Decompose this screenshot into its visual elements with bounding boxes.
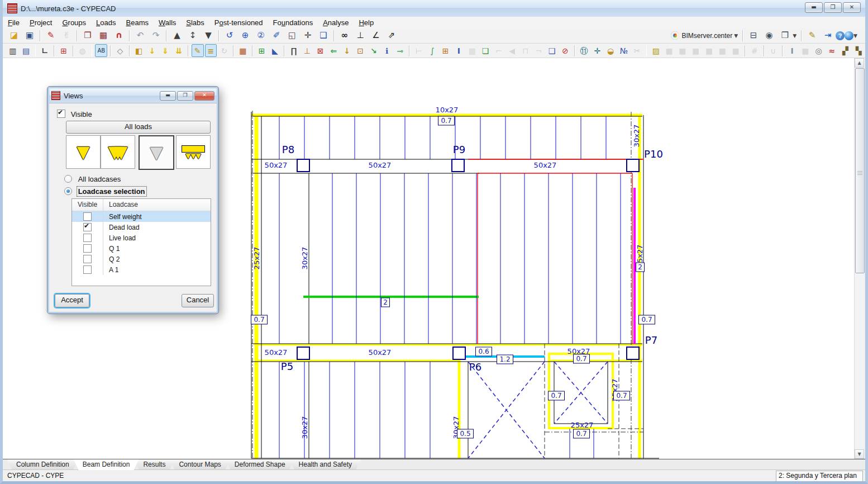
- bimserver-chevron-icon[interactable]: ▼: [734, 33, 738, 39]
- reinforcement-2-icon[interactable]: ■: [676, 44, 689, 57]
- menu-loads[interactable]: Loads: [91, 17, 121, 28]
- snapshot-icon[interactable]: ◉: [762, 29, 776, 42]
- views-dialog-titlebar[interactable]: Views ▬ ❐ ✕: [49, 88, 217, 103]
- column-symbol[interactable]: [297, 159, 309, 172]
- edit-resources-icon[interactable]: ✎: [44, 29, 58, 42]
- linear-load-icon[interactable]: ⇓: [159, 44, 171, 57]
- loadcase-selection-radio-row[interactable]: Loadcase selection: [64, 187, 146, 196]
- loadcase-row[interactable]: Dead load: [72, 222, 211, 232]
- help-icon[interactable]: ?: [836, 31, 845, 40]
- all-loads-button[interactable]: All loads: [66, 121, 211, 134]
- dialog-close-button[interactable]: ✕: [194, 91, 214, 101]
- menu-foundations[interactable]: Foundations: [268, 17, 318, 28]
- loadcase-visible-checkbox[interactable]: [83, 244, 92, 253]
- bimserver-label[interactable]: BIMserver.center: [682, 32, 733, 40]
- full-view-icon[interactable]: ❑: [316, 29, 331, 42]
- column-tool-icon[interactable]: ⌐: [493, 44, 505, 57]
- minimize-button[interactable]: ▬: [805, 2, 823, 13]
- beam-supports-icon[interactable]: ⊥: [301, 44, 313, 57]
- beam-detail-1-icon[interactable]: ▞: [839, 44, 851, 57]
- copy-floor-icon[interactable]: ❑: [546, 44, 558, 57]
- rings-view-icon[interactable]: ◎: [813, 44, 825, 57]
- group-phases-icon[interactable]: ⊞: [58, 44, 70, 57]
- maximize-button[interactable]: ❐: [824, 2, 842, 13]
- globe-chevron-icon[interactable]: ▼: [853, 33, 857, 39]
- dimension-numbers-icon[interactable]: ⑪: [578, 44, 590, 57]
- selection-hand-icon[interactable]: ✌: [59, 29, 74, 42]
- angle-measure-icon[interactable]: ∠: [369, 29, 383, 42]
- go-down-floor-icon[interactable]: ▼: [201, 29, 216, 42]
- isolated-element-icon[interactable]: ◍: [77, 44, 89, 57]
- scroll-down-button[interactable]: ▼: [855, 449, 864, 459]
- zoom-previous-icon[interactable]: ②: [254, 29, 268, 42]
- distance-measure-icon[interactable]: ⇗: [384, 29, 399, 42]
- loadcase-row[interactable]: A 1: [72, 264, 211, 275]
- surface-load-icon[interactable]: ⇊: [173, 44, 185, 57]
- open-file-icon[interactable]: ◪: [7, 29, 21, 42]
- reinforcement-1-icon[interactable]: ■: [663, 44, 675, 57]
- job-organizer-icon[interactable]: ▥: [7, 44, 19, 57]
- assign-left-icon[interactable]: ◀: [506, 44, 518, 57]
- tab-beam-definition[interactable]: Beam Definition: [74, 459, 139, 470]
- delete-beam-icon[interactable]: ⊠: [314, 44, 327, 57]
- reinforcement-4-icon[interactable]: ■: [703, 44, 716, 57]
- wall-tool-icon[interactable]: ⊓: [519, 44, 532, 57]
- print-icon[interactable]: ⊟: [746, 29, 761, 42]
- menu-file[interactable]: File: [3, 17, 25, 28]
- panel-manager-icon[interactable]: ▦: [466, 44, 478, 57]
- beam-sections-icon[interactable]: ∏: [288, 44, 300, 57]
- loadcase-visible-checkbox[interactable]: [83, 255, 92, 263]
- pan-icon[interactable]: ✛: [301, 29, 315, 42]
- assign-previous-beam-icon[interactable]: ⇐: [328, 44, 340, 57]
- scroll-up-button[interactable]: ▲: [855, 58, 864, 68]
- point-load-icon[interactable]: ↓: [146, 44, 159, 57]
- tab-contour-maps[interactable]: Contour Maps: [170, 459, 230, 470]
- dialog-minimize-button[interactable]: ▬: [160, 91, 176, 101]
- new-opening-icon[interactable]: ⊞: [256, 44, 268, 57]
- corner-tool-icon[interactable]: ¬: [532, 44, 545, 57]
- cancel-button[interactable]: Cancel: [182, 294, 214, 307]
- menu-analyse[interactable]: Analyse: [318, 17, 354, 28]
- tab-results[interactable]: Results: [134, 459, 174, 470]
- zoom-all-icon[interactable]: ⊕: [238, 29, 252, 42]
- reinforcement-6-icon[interactable]: ■: [729, 44, 742, 57]
- stairs-icon[interactable]: ∟: [39, 44, 51, 57]
- coordinates-icon[interactable]: ⊥: [353, 29, 368, 42]
- visible-checkbox[interactable]: [57, 110, 65, 118]
- search-icon[interactable]: ∞: [337, 29, 352, 42]
- hatch-pattern-icon[interactable]: ▨: [650, 44, 662, 57]
- exit-configuration-icon[interactable]: ⇥: [821, 29, 835, 42]
- dimension-cross-icon[interactable]: ✛: [591, 44, 603, 57]
- reinforcement-labels-icon[interactable]: AB: [95, 44, 107, 57]
- menu-help[interactable]: Help: [354, 17, 379, 28]
- save-icon[interactable]: ▣: [22, 29, 37, 42]
- view-surface-loads-button[interactable]: ▼▼▼: [176, 135, 211, 169]
- close-button[interactable]: ✕: [843, 2, 861, 13]
- dwg-templates-icon[interactable]: ❒: [80, 29, 95, 42]
- steel-column-icon[interactable]: I: [786, 44, 798, 57]
- beam-loads-icon[interactable]: ↓: [341, 44, 353, 57]
- scrollbar-thumb[interactable]: [855, 68, 865, 273]
- add-panel-icon[interactable]: ❏: [479, 44, 492, 57]
- column-symbol[interactable]: [452, 159, 464, 172]
- reinforcement-3-icon[interactable]: ■: [690, 44, 702, 57]
- all-loadcases-radio-row[interactable]: All loadcases: [64, 175, 121, 183]
- walls-icon[interactable]: ▦: [237, 44, 249, 57]
- all-loadcases-radio[interactable]: [64, 175, 72, 183]
- beam-information-icon[interactable]: ℹ: [381, 44, 393, 57]
- column-symbol[interactable]: [297, 347, 309, 359]
- loadcase-visible-checkbox[interactable]: [83, 212, 92, 221]
- view-point-loads-button[interactable]: ▼: [66, 135, 101, 169]
- edit-beam-icon[interactable]: ⊡: [354, 44, 366, 57]
- column-symbol[interactable]: [453, 347, 465, 359]
- column-symbol[interactable]: [627, 159, 639, 172]
- menu-slabs[interactable]: Slabs: [181, 17, 209, 28]
- mesh-tool-icon[interactable]: #: [748, 44, 761, 57]
- cut-tool-icon[interactable]: ✂: [631, 44, 643, 57]
- redo-icon[interactable]: ↷: [149, 29, 163, 42]
- rotate-view-icon[interactable]: ↺: [222, 29, 237, 42]
- accept-button[interactable]: Accept: [55, 294, 89, 307]
- loadcase-row[interactable]: Live load: [72, 232, 211, 243]
- loadcase-visible-checkbox[interactable]: [83, 234, 92, 242]
- tab-deformed-shape[interactable]: Deformed Shape: [226, 459, 294, 470]
